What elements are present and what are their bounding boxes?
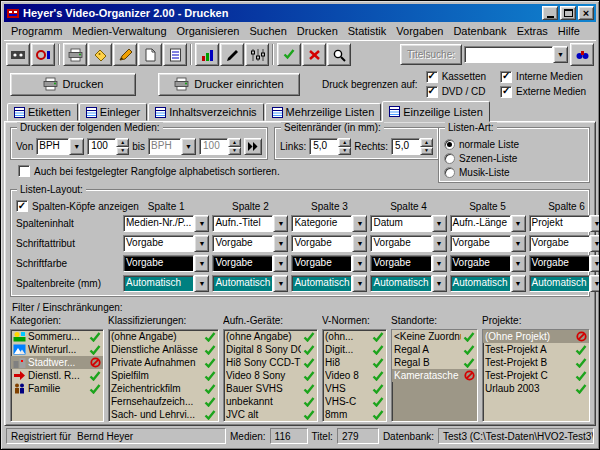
print-labels-button[interactable] — [88, 43, 112, 66]
chevron-down-icon[interactable]: ▼ — [273, 235, 288, 252]
mark-include-button[interactable] — [277, 43, 301, 66]
menu-vorgaben[interactable]: Vorgaben — [391, 24, 448, 38]
jump-to-end-button[interactable] — [244, 138, 262, 155]
chevron-down-icon[interactable]: ▼ — [590, 275, 600, 292]
spin-up-icon[interactable]: ▲ — [116, 138, 129, 147]
list-item[interactable]: Regal A — [392, 343, 477, 356]
spalte1-content-select[interactable]: Medien-Nr./P...▼ — [123, 215, 209, 232]
spalte2-attr-select[interactable]: Vorgabe▼ — [212, 235, 288, 252]
radio-musik-liste[interactable]: Musik-Liste — [444, 167, 584, 178]
list-item[interactable]: VHS — [323, 382, 386, 395]
list-item[interactable]: Dienstl. R... — [11, 369, 103, 382]
chevron-down-icon[interactable]: ▼ — [511, 215, 526, 232]
bis-number-spinner[interactable]: 100 ▲▼ — [199, 138, 241, 155]
chevron-down-icon[interactable]: ▼ — [511, 275, 526, 292]
projekte-list[interactable]: (Ohne Projekt) Test-Projekt A Test-Proje… — [482, 329, 590, 422]
spin-up-icon[interactable]: ▲ — [228, 138, 241, 147]
spalte2-width-select[interactable]: Automatisch▼ — [212, 275, 288, 292]
spalte6-color-select[interactable]: Vorgabe▼ — [529, 255, 600, 272]
spin-down-icon[interactable]: ▼ — [338, 147, 351, 156]
list-item[interactable]: Digit... — [323, 343, 386, 356]
check-externe-medien[interactable]: ✓ Externe Medien — [500, 85, 586, 99]
spalte3-attr-select[interactable]: Vorgabe▼ — [291, 235, 367, 252]
chevron-down-icon[interactable]: ▼ — [352, 215, 367, 232]
spalte5-width-select[interactable]: Automatisch▼ — [450, 275, 526, 292]
show-column-headers-checkbox[interactable]: ✓ Spalten-Köpfe anzeigen — [16, 200, 120, 212]
chevron-down-icon[interactable]: ▼ — [352, 235, 367, 252]
spin-up-icon[interactable]: ▲ — [420, 138, 433, 147]
list-item[interactable]: Regal B — [392, 356, 477, 369]
spalte6-content-select[interactable]: Projekt▼ — [529, 215, 600, 232]
list-item[interactable]: Test-Projekt C — [483, 369, 589, 382]
radio-normale-liste[interactable]: normale Liste — [444, 139, 584, 150]
chevron-down-icon[interactable]: ▼ — [194, 275, 209, 292]
spalte3-width-select[interactable]: Automatisch▼ — [291, 275, 367, 292]
maximize-button[interactable] — [560, 6, 576, 20]
chevron-down-icon[interactable]: ▼ — [511, 255, 526, 272]
media-archive-button[interactable] — [6, 43, 30, 66]
list-item[interactable]: Spielfilm — [109, 369, 218, 382]
chevron-down-icon[interactable]: ▼ — [432, 275, 447, 292]
spalte1-color-select[interactable]: Vorgabe▼ — [123, 255, 209, 272]
list-item[interactable]: Hi8 Sony CCD-TR3E — [224, 356, 317, 369]
list-item[interactable]: Kameratasche — [392, 369, 477, 382]
v-normen-list[interactable]: (ohn... Digit... Hi8 Video 8 VHS VHS-C 8… — [322, 329, 387, 422]
list-item[interactable]: (Ohne Projekt) — [483, 330, 589, 343]
list-item[interactable]: Test-Projekt B — [483, 356, 589, 369]
menu-programm[interactable]: Programm — [6, 24, 67, 38]
spalte2-content-select[interactable]: Aufn.-Titel▼ — [212, 215, 288, 232]
print-button[interactable] — [63, 43, 87, 66]
sort-alphabetical-checkbox[interactable]: ✓ Auch bei festgelegter Rangfolge alphab… — [18, 165, 280, 177]
settings-button[interactable] — [245, 43, 269, 66]
chevron-down-icon[interactable]: ▼ — [590, 255, 600, 272]
list-item[interactable]: Video 8 Sony — [224, 369, 317, 382]
klassifizierungen-list[interactable]: (ohne Angabe) Dienstliche Anlässe Privat… — [108, 329, 219, 422]
spalte6-width-select[interactable]: Automatisch▼ — [529, 275, 600, 292]
list-item[interactable]: Winterurl... — [11, 343, 103, 356]
spalte4-color-select[interactable]: Vorgabe▼ — [370, 255, 446, 272]
chevron-down-icon[interactable]: ▼ — [273, 275, 288, 292]
spalte6-attr-select[interactable]: Vorgabe▼ — [529, 235, 600, 252]
menu-drucken[interactable]: Drucken — [292, 24, 343, 38]
chevron-down-icon[interactable]: ▼ — [194, 255, 209, 272]
spalte2-color-select[interactable]: Vorgabe▼ — [212, 255, 288, 272]
edit-label-button[interactable] — [113, 43, 137, 66]
tab-einleger[interactable]: Einleger — [79, 103, 147, 121]
menu-suchen[interactable]: Suchen — [245, 24, 292, 38]
spin-down-icon[interactable]: ▼ — [420, 147, 433, 156]
list-item[interactable]: Digital 8 Sony DC... — [224, 343, 317, 356]
list-item[interactable]: Urlaub 2003 — [483, 382, 589, 395]
list-item[interactable]: <Keine Zuordnu... — [392, 330, 477, 343]
list-item[interactable]: 8mm — [323, 408, 386, 421]
search-button[interactable] — [327, 43, 351, 66]
spalte5-color-select[interactable]: Vorgabe▼ — [450, 255, 526, 272]
organize-button[interactable] — [31, 43, 55, 66]
check-interne-medien[interactable]: ✓ Interne Medien — [500, 70, 586, 84]
tab-mehrzeilige-listen[interactable]: Mehrzeilige Listen — [265, 103, 382, 121]
spalte1-attr-select[interactable]: Vorgabe▼ — [123, 235, 209, 252]
chevron-down-icon[interactable]: ▼ — [273, 255, 288, 272]
list-item[interactable]: Bauer SVHS — [224, 382, 317, 395]
spalte3-color-select[interactable]: Vorgabe▼ — [291, 255, 367, 272]
check-kassetten[interactable]: ✓ Kassetten — [426, 70, 486, 84]
spalte4-width-select[interactable]: Automatisch▼ — [370, 275, 446, 292]
list-item[interactable]: Sach- und Lehrvi... — [109, 408, 218, 421]
aufn-geraete-list[interactable]: (ohne Angabe) Digital 8 Sony DC... Hi8 S… — [223, 329, 318, 422]
chevron-down-icon[interactable]: ▼ — [194, 235, 209, 252]
close-button[interactable]: × — [578, 6, 594, 20]
menu-medien-verwaltung[interactable]: Medien-Verwaltung — [67, 24, 171, 38]
chevron-down-icon[interactable]: ▼ — [69, 138, 84, 155]
tab-etiketten[interactable]: Etiketten — [7, 103, 78, 121]
menu-extras[interactable]: Extras — [512, 24, 553, 38]
von-type-select[interactable]: BPH ▼ — [36, 138, 84, 155]
chevron-down-icon[interactable]: ▼ — [352, 275, 367, 292]
list-item[interactable]: unbekannt — [224, 395, 317, 408]
menu-hilfe[interactable]: Hilfe — [553, 24, 585, 38]
chevron-down-icon[interactable]: ▼ — [553, 46, 568, 63]
title-search-combo[interactable]: ▼ — [464, 46, 568, 63]
chevron-down-icon[interactable]: ▼ — [432, 255, 447, 272]
list-item[interactable]: Private Aufnahmen — [109, 356, 218, 369]
standorte-list[interactable]: <Keine Zuordnu... Regal A Regal B Kamera… — [391, 329, 478, 422]
menu-organisieren[interactable]: Organisieren — [172, 24, 245, 38]
statistics-button[interactable] — [195, 43, 219, 66]
